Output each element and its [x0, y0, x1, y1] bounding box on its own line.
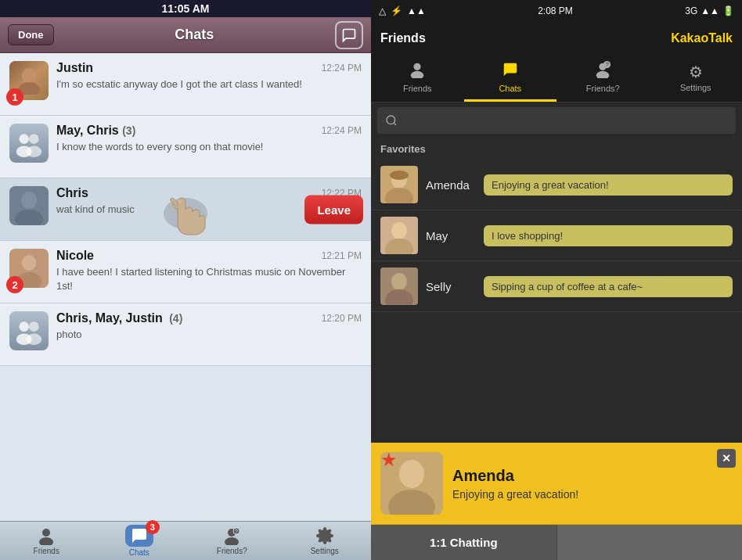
- android-tab-friends2-label: Friends?: [586, 84, 620, 93]
- svg-point-39: [391, 273, 407, 290]
- tab-label-friends: Friends: [34, 547, 59, 555]
- chat-content-group2: Chris, May, Justin (4) 12:20 PM photo: [56, 311, 362, 342]
- friend-name-may: May: [426, 229, 473, 242]
- friend-item-may[interactable]: May I love shopping!: [371, 210, 742, 261]
- android-time: 2:08 PM: [538, 5, 573, 16]
- android-tab-settings[interactable]: ⚙ Settings: [650, 55, 743, 102]
- android-tab-friends-label: Friends: [403, 84, 432, 93]
- notif-actions: 1:1 Chatting: [371, 524, 742, 560]
- chat-content-nicole: Nicole 12:21 PM I have been! I started l…: [56, 249, 362, 293]
- avatar-amenda: [380, 166, 418, 203]
- android-tab-settings-label: Settings: [680, 83, 711, 92]
- ios-tab-bar: Friends 3 Chats ? Friends?: [0, 521, 371, 560]
- svg-point-42: [399, 460, 424, 488]
- tab-icon-chats: 3: [125, 525, 153, 547]
- android-tab-chats[interactable]: Chats: [464, 55, 557, 102]
- friend-item-selly[interactable]: Selly Sipping a cup of coffee at a cafe~: [371, 261, 742, 312]
- tab-icon-settings: [315, 526, 334, 545]
- notif-close-button[interactable]: ✕: [717, 449, 736, 468]
- friend-item-amenda[interactable]: Amenda Enjoying a great vacation!: [371, 160, 742, 210]
- svg-point-14: [19, 321, 29, 332]
- chat-name-justin: Justin: [56, 61, 93, 75]
- tab-chats[interactable]: 3 Chats: [93, 525, 186, 557]
- chat-name-nicole: Nicole: [56, 249, 94, 263]
- chat-preview-nicole: I have been! I started listening to Chri…: [56, 265, 362, 293]
- svg-point-21: [225, 537, 239, 545]
- svg-text:?: ?: [235, 529, 238, 534]
- svg-point-12: [22, 255, 36, 271]
- chat-list: Justin 12:24 PM I'm so ecstatic anyway d…: [0, 53, 371, 521]
- svg-point-34: [390, 171, 409, 180]
- android-search-bar[interactable]: [377, 107, 736, 134]
- search-input[interactable]: [404, 114, 728, 127]
- android-status-bar: △ ⚡ ▲▲ 2:08 PM 3G ▲▲ 🔋: [371, 0, 742, 22]
- android-tab-friends2-icon: ?: [594, 61, 611, 82]
- svg-point-25: [411, 71, 424, 78]
- notif-chat-button[interactable]: 1:1 Chatting: [371, 525, 557, 560]
- svg-point-18: [42, 529, 50, 537]
- chat-time-group2: 12:20 PM: [322, 313, 362, 324]
- svg-point-16: [29, 321, 39, 332]
- notif-star-icon: ★: [380, 452, 398, 471]
- svg-text:?: ?: [606, 61, 609, 68]
- unread-badge-nicole: 2: [6, 276, 23, 293]
- swipe-hand-icon: [158, 182, 213, 237]
- tab-friends2[interactable]: ? Friends?: [186, 526, 279, 555]
- android-tab-friends[interactable]: Friends: [371, 55, 464, 102]
- svg-point-27: [596, 71, 610, 78]
- chat-name-group2: Chris, May, Justin (4): [56, 311, 182, 325]
- avatar-selly: [380, 267, 418, 305]
- compose-button[interactable]: [335, 21, 363, 49]
- android-tabs: Friends Chats ? Friends? ⚙ Settings: [371, 55, 742, 102]
- chat-content-may-chris: May, Chris (3) 12:24 PM I know the words…: [56, 124, 362, 154]
- android-tab-friends2[interactable]: ? Friends?: [556, 55, 650, 102]
- ios-time: 11:05 AM: [162, 2, 210, 15]
- friend-status-may: I love shopping!: [484, 225, 733, 246]
- svg-point-30: [387, 116, 395, 124]
- svg-point-36: [391, 222, 407, 239]
- unread-badge-justin: 1: [6, 88, 23, 106]
- leave-button[interactable]: Leave: [304, 195, 363, 224]
- chat-name-may-chris: May, Chris (3): [56, 124, 135, 138]
- svg-point-4: [29, 134, 39, 144]
- avatar-group2: [9, 311, 49, 350]
- chat-item-may-chris[interactable]: May, Chris (3) 12:24 PM I know the words…: [0, 116, 371, 178]
- android-tab-chats-icon: [502, 61, 519, 82]
- tab-friends[interactable]: Friends: [0, 526, 93, 555]
- right-panel: △ ⚡ ▲▲ 2:08 PM 3G ▲▲ 🔋 Friends KakaoTalk…: [371, 0, 742, 560]
- tab-icon-friends2: ?: [222, 526, 241, 545]
- chat-item-group2[interactable]: Chris, May, Justin (4) 12:20 PM photo: [0, 303, 371, 366]
- android-tab-chats-label: Chats: [499, 84, 521, 93]
- chat-item-justin[interactable]: Justin 12:24 PM I'm so ecstatic anyway d…: [0, 53, 371, 116]
- notif-secondary-button[interactable]: [557, 525, 743, 560]
- svg-point-19: [39, 537, 53, 545]
- status-icons-left: △ ⚡ ▲▲: [379, 5, 426, 16]
- chat-time-nicole: 12:21 PM: [322, 250, 362, 261]
- status-icons-right: 3G ▲▲ 🔋: [685, 5, 734, 16]
- tab-icon-friends: [37, 526, 56, 545]
- chat-preview-justin: I'm so ecstatic anyway doe I got the art…: [56, 77, 362, 92]
- friend-status-selly: Sipping a cup of coffee at a cafe~: [484, 276, 733, 297]
- svg-point-7: [21, 192, 37, 209]
- ios-nav-bar: Done Chats: [0, 17, 371, 53]
- chat-item-chris[interactable]: Chris 12:22 PM wat kind of music Leave: [0, 178, 371, 241]
- notification-popup: ★ Amenda Enjoying a great vacation! ✕ 1:…: [371, 443, 742, 560]
- chat-preview-may-chris: I know the words to every song on that m…: [56, 140, 362, 154]
- friend-status-amenda: Enjoying a great vacation!: [484, 174, 733, 196]
- chat-time-may-chris: 12:24 PM: [322, 125, 362, 136]
- notif-name: Amenda: [452, 467, 733, 485]
- avatar-may-chris: [9, 124, 49, 163]
- done-button[interactable]: Done: [8, 24, 54, 45]
- tab-badge-chats: 3: [146, 520, 160, 534]
- avatar-may: [380, 217, 418, 254]
- android-header-app: KakaoTalk: [671, 31, 733, 45]
- chat-item-nicole[interactable]: Nicole 12:21 PM I have been! I started l…: [0, 241, 371, 303]
- android-header: Friends KakaoTalk: [371, 22, 742, 55]
- tab-label-settings: Settings: [311, 547, 339, 555]
- svg-point-5: [26, 146, 41, 157]
- svg-point-24: [414, 63, 421, 70]
- tab-label-friends2: Friends?: [217, 547, 247, 555]
- friend-name-selly: Selly: [426, 280, 473, 293]
- svg-point-17: [26, 334, 41, 345]
- tab-settings[interactable]: Settings: [279, 526, 372, 555]
